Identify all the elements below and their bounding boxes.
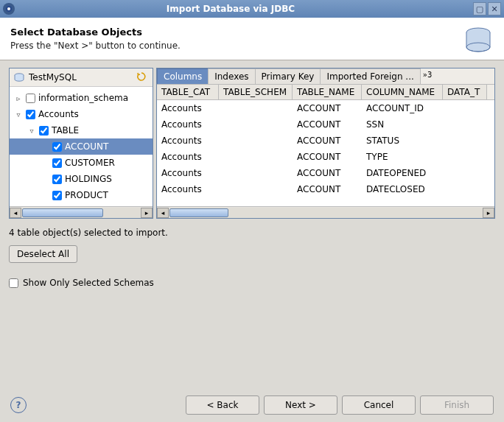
more-tabs-button[interactable]: »3 xyxy=(420,68,435,84)
refresh-icon[interactable] xyxy=(136,71,148,83)
object-tree[interactable]: ▹information_schema▿Accounts▿TABLEACCOUN… xyxy=(10,87,153,206)
tree-checkbox[interactable] xyxy=(26,94,35,103)
table-cell: ACCOUNT xyxy=(293,118,362,131)
table-cell xyxy=(443,172,487,175)
finish-button[interactable]: Finish xyxy=(420,395,494,415)
column-header[interactable]: DATA_T xyxy=(443,85,487,99)
scroll-thumb[interactable] xyxy=(22,208,103,217)
expand-arrow-icon[interactable]: ▿ xyxy=(14,110,23,119)
page-heading: Select Database Objects xyxy=(10,27,494,38)
close-button[interactable]: ✕ xyxy=(488,2,501,15)
status-text: 4 table object(s) selected to import. xyxy=(9,228,495,238)
tree-checkbox[interactable] xyxy=(52,175,62,184)
table-cell: DATECLOSED xyxy=(362,183,443,196)
help-button[interactable]: ? xyxy=(10,397,27,413)
table-row[interactable]: AccountsACCOUNTACCOUNT_ID xyxy=(157,100,494,116)
table-h-scrollbar[interactable]: ◂ ▸ xyxy=(157,206,494,218)
tree-item-label: PRODUCT xyxy=(65,190,108,200)
table-cell: Accounts xyxy=(157,183,219,196)
table-row[interactable]: AccountsACCOUNTSTATUS xyxy=(157,133,494,149)
table-cell: ACCOUNT xyxy=(293,166,362,180)
table-header: TABLE_CATTABLE_SCHEMTABLE_NAMECOLUMN_NAM… xyxy=(157,85,494,100)
table-cell: ACCOUNT xyxy=(293,150,362,163)
tab[interactable]: Indexes xyxy=(208,68,255,84)
tree-item[interactable]: ▹information_schema xyxy=(10,90,153,106)
column-header[interactable]: TABLE_NAME xyxy=(293,85,362,99)
table-cell xyxy=(443,107,487,110)
tree-item-label: HOLDINGS xyxy=(65,174,112,184)
table-cell: DATEOPENED xyxy=(362,166,443,180)
table-cell xyxy=(219,123,293,126)
scroll-thumb[interactable] xyxy=(169,208,228,217)
tree-panel: TestMySQL ▹information_schema▿Accounts▿T… xyxy=(9,68,153,219)
app-icon xyxy=(3,3,15,15)
scroll-right-button[interactable]: ▸ xyxy=(483,208,494,218)
column-header[interactable]: COLUMN_NAME xyxy=(362,85,443,99)
minimize-button[interactable]: ▢ xyxy=(473,2,486,15)
table-row[interactable]: AccountsACCOUNTSSN xyxy=(157,116,494,133)
expand-arrow-icon[interactable]: ▹ xyxy=(14,94,23,102)
titlebar: Import Database via JDBC ▢ ✕ xyxy=(0,0,504,18)
tree-h-scrollbar[interactable]: ◂ ▸ xyxy=(10,206,153,218)
next-button[interactable]: Next > xyxy=(264,395,337,415)
tree-item[interactable]: CUSTOMER xyxy=(10,155,153,171)
tree-item[interactable]: HOLDINGS xyxy=(10,171,153,187)
column-header[interactable]: TABLE_CAT xyxy=(157,85,219,99)
svg-point-1 xyxy=(7,7,10,10)
table-row[interactable]: AccountsACCOUNTTYPE xyxy=(157,149,494,165)
tree-checkbox[interactable] xyxy=(52,158,62,168)
table-cell xyxy=(219,172,293,175)
expand-arrow-icon[interactable]: ▿ xyxy=(27,127,36,135)
tab-bar: ColumnsIndexesPrimary KeyImported Foreig… xyxy=(157,68,494,85)
tree-checkbox[interactable] xyxy=(52,191,62,200)
tree-item-label: TABLE xyxy=(52,125,79,136)
show-only-label: Show Only Selected Schemas xyxy=(23,278,154,288)
database-icon xyxy=(463,25,494,56)
table-cell: TYPE xyxy=(362,150,443,163)
tab[interactable]: Columns xyxy=(157,68,209,84)
deselect-all-button[interactable]: Deselect All xyxy=(9,245,77,263)
table-row[interactable]: AccountsACCOUNTDATEOPENED xyxy=(157,165,494,181)
tree-item-label: CUSTOMER xyxy=(65,158,115,168)
header-area: Select Database Objects Press the "Next … xyxy=(0,18,504,60)
tree-item-label: ACCOUNT xyxy=(65,141,108,152)
table-cell: ACCOUNT_ID xyxy=(362,102,443,115)
table-cell xyxy=(443,188,487,191)
database-name: TestMySQL xyxy=(29,72,136,82)
table-cell xyxy=(219,155,293,158)
table-cell: Accounts xyxy=(157,150,219,163)
table-cell xyxy=(219,188,293,191)
tab[interactable]: Imported Foreign ... xyxy=(320,68,420,84)
scroll-left-button[interactable]: ◂ xyxy=(10,208,21,218)
tree-item[interactable]: ACCOUNT xyxy=(10,138,153,155)
tree-item[interactable]: ▿Accounts xyxy=(10,106,153,122)
scroll-right-button[interactable]: ▸ xyxy=(141,208,153,218)
table-cell: ACCOUNT xyxy=(293,183,362,196)
table-cell: Accounts xyxy=(157,166,219,180)
tree-checkbox[interactable] xyxy=(39,126,49,136)
table-body: AccountsACCOUNTACCOUNT_IDAccountsACCOUNT… xyxy=(157,100,494,206)
details-panel: ColumnsIndexesPrimary KeyImported Foreig… xyxy=(156,68,495,219)
tree-checkbox[interactable] xyxy=(52,142,62,152)
page-subtext: Press the "Next >" button to continue. xyxy=(10,41,494,51)
tree-checkbox[interactable] xyxy=(26,110,35,119)
table-cell xyxy=(443,139,487,142)
tab[interactable]: Primary Key xyxy=(255,68,321,84)
show-only-selected-schemas[interactable]: Show Only Selected Schemas xyxy=(9,278,495,288)
tree-item-label: information_schema xyxy=(38,93,128,103)
table-cell: Accounts xyxy=(157,102,219,115)
tree-item[interactable]: PRODUCT xyxy=(10,187,153,203)
window-title: Import Database via JDBC xyxy=(19,4,472,14)
table-cell: ACCOUNT xyxy=(293,102,362,115)
table-cell: SSN xyxy=(362,118,443,131)
table-cell: STATUS xyxy=(362,134,443,147)
cancel-button[interactable]: Cancel xyxy=(342,395,416,415)
back-button[interactable]: < Back xyxy=(186,395,259,415)
column-header[interactable]: TABLE_SCHEM xyxy=(219,85,293,99)
table-cell: Accounts xyxy=(157,134,219,147)
table-cell xyxy=(219,107,293,110)
table-row[interactable]: AccountsACCOUNTDATECLOSED xyxy=(157,181,494,197)
show-only-checkbox[interactable] xyxy=(9,278,18,288)
tree-item[interactable]: ▿TABLE xyxy=(10,122,153,138)
scroll-left-button[interactable]: ◂ xyxy=(157,208,169,218)
